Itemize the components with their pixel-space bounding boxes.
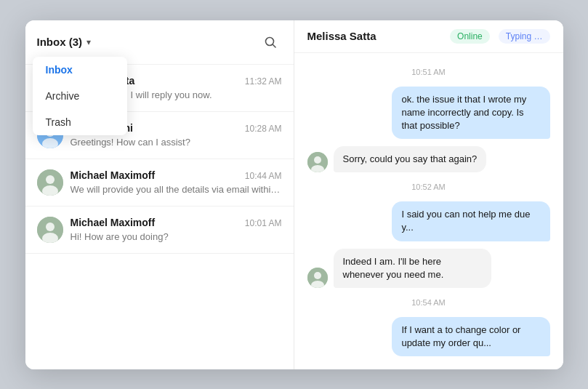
message-bubble: If I want a to change color or update my… [392, 317, 549, 356]
message-row-outgoing: I said you can not help me due y... [307, 201, 550, 241]
conv-body: Michael Maximoff 10:44 AM We will provid… [71, 169, 282, 195]
search-button[interactable] [259, 31, 282, 54]
conv-time: 10:28 AM [245, 124, 282, 134]
avatar-image [37, 217, 63, 243]
conversation-item[interactable]: Michael Maximoff 10:44 AM We will provid… [25, 159, 294, 206]
inbox-selector[interactable]: Inbox (3) ▾ [37, 36, 92, 48]
conv-name: Michael Maximoff [71, 169, 156, 181]
conv-preview: We will provide you all the details via … [71, 184, 282, 195]
message-row-outgoing: ok. the issue it that I wrote my name in… [307, 87, 550, 140]
app-window: Inbox (3) ▾ Inbox Archive Trash [25, 20, 563, 369]
conv-name: Michael Maximoff [71, 217, 156, 228]
svg-point-12 [46, 222, 55, 231]
message-row-outgoing: If I want a to change color or update my… [307, 317, 550, 356]
message-time: 10:51 AM [307, 68, 550, 76]
avatar-image [307, 152, 328, 172]
message-time: 10:54 AM [307, 298, 550, 307]
dropdown-item-trash[interactable]: Trash [33, 109, 127, 135]
avatar-image [307, 268, 328, 288]
conv-time: 10:44 AM [245, 171, 282, 181]
conv-preview: Greetings! How can I assist? [71, 137, 282, 148]
message-row-incoming: Sorry, could you say that again? [307, 146, 550, 172]
svg-point-15 [314, 156, 321, 164]
avatar [37, 217, 63, 243]
conv-preview: Hi! How are you doing? [71, 231, 282, 242]
dropdown-item-archive[interactable]: Archive [33, 83, 127, 109]
chat-messages: 10:51 AM ok. the issue it that I wrote m… [294, 53, 563, 369]
agent-avatar [307, 152, 328, 172]
message-bubble: Indeed I am. I'll be here whenever you n… [334, 249, 491, 288]
chat-contact-name: Melissa Satta [307, 30, 442, 42]
conv-top-row: Michael Maximoff 10:44 AM [71, 169, 282, 181]
conv-body: Michael Maximoff 10:01 AM Hi! How are yo… [71, 217, 282, 242]
svg-point-18 [314, 272, 321, 279]
left-panel: Inbox (3) ▾ Inbox Archive Trash [25, 20, 294, 369]
chevron-icon: ▾ [86, 37, 91, 47]
dropdown-item-inbox[interactable]: Inbox [33, 57, 127, 83]
dropdown-menu: Inbox Archive Trash [33, 57, 127, 135]
agent-avatar [307, 268, 328, 288]
right-panel: Melissa Satta Online Typing … 10:51 AM o… [294, 20, 563, 369]
left-header: Inbox (3) ▾ Inbox Archive Trash [25, 20, 294, 65]
status-online-badge: Online [450, 29, 490, 44]
message-bubble: I said you can not help me due y... [392, 201, 549, 241]
message-time: 10:52 AM [307, 183, 550, 191]
inbox-label: Inbox (3) [37, 36, 83, 48]
status-typing-badge: Typing … [499, 29, 550, 44]
avatar-image [37, 169, 63, 196]
conversation-item[interactable]: Michael Maximoff 10:01 AM Hi! How are yo… [25, 206, 294, 254]
search-icon [264, 36, 277, 49]
message-bubble: ok. the issue it that I wrote my name in… [392, 87, 549, 140]
conv-time: 10:01 AM [245, 218, 282, 228]
message-bubble: Sorry, could you say that again? [334, 146, 487, 172]
conv-time: 11:32 AM [245, 76, 282, 87]
avatar [37, 169, 63, 196]
svg-point-9 [46, 175, 55, 184]
svg-line-1 [273, 44, 275, 47]
svg-point-0 [265, 37, 273, 45]
conv-top-row: Michael Maximoff 10:01 AM [71, 217, 282, 228]
chat-header: Melissa Satta Online Typing … [294, 20, 563, 53]
message-row-incoming: Indeed I am. I'll be here whenever you n… [307, 249, 550, 288]
